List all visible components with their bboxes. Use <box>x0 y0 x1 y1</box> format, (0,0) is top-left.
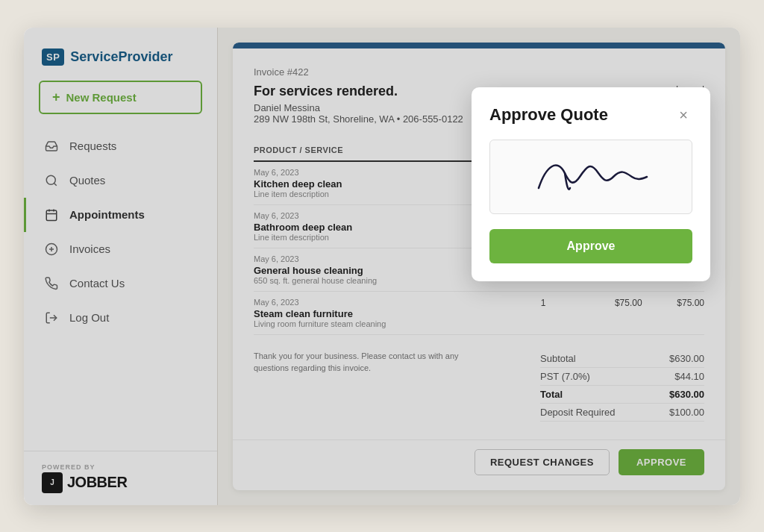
signature-svg <box>516 151 666 203</box>
app-container: SP ServiceProvider + New Request Request… <box>24 28 740 505</box>
approve-quote-modal: Approve Quote × Approve <box>472 87 710 281</box>
signature-box <box>489 140 692 214</box>
modal-header: Approve Quote × <box>489 105 692 125</box>
modal-approve-button[interactable]: Approve <box>489 229 692 263</box>
modal-overlay: Approve Quote × Approve <box>24 28 740 505</box>
modal-close-button[interactable]: × <box>674 106 692 124</box>
modal-title: Approve Quote <box>489 105 608 125</box>
